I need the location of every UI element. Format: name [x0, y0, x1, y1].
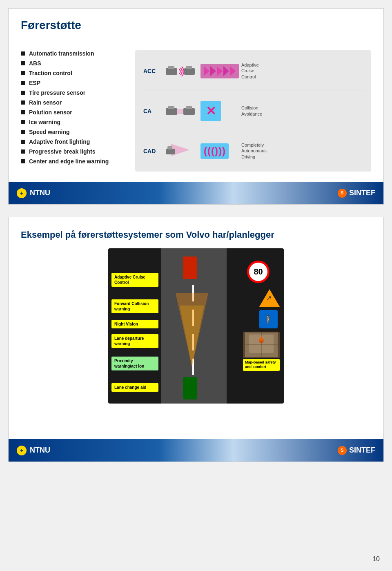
list-item: Ice warning	[21, 119, 127, 125]
bullet-icon	[21, 140, 25, 144]
acc-description: AdaptiveCruiseControl	[241, 62, 259, 80]
ntnu-logo: + NTNU	[17, 188, 50, 198]
speed-sign: 80	[247, 261, 270, 283]
bullet-icon	[21, 130, 25, 134]
list-item: Adaptive front lighting	[21, 138, 127, 145]
list-item: Traction control	[21, 70, 127, 76]
volvo-diagram: 80 Adaptive Cruise Control Forward Colli…	[108, 248, 284, 404]
cad-car-icon	[164, 140, 196, 162]
night-vision-label: Night Vision	[111, 320, 158, 328]
list-item: Polution sensor	[21, 109, 127, 116]
slide-1: Førerstøtte Automatic transmission ABS T…	[8, 8, 384, 205]
ntnu-logo-2: + NTNU	[17, 446, 50, 455]
sintef-icon: S	[338, 189, 347, 198]
slide-2: Eksempel på førerstøttesystemer som Volv…	[8, 217, 384, 462]
diagram-row-ca: CA ✕	[141, 96, 365, 125]
forward-collision-label: Forward Collision warning	[111, 299, 158, 313]
svg-rect-4	[166, 108, 177, 115]
diagram-area: ACC	[135, 50, 371, 172]
lane-departure-label: Lane departure warning	[111, 334, 158, 348]
list-item: ABS	[21, 60, 127, 67]
proximity-label: Proximity warning/act ion	[111, 357, 158, 370]
triangle-warning-sign: ↗	[259, 289, 280, 307]
ca-car-icon	[164, 100, 196, 122]
list-item: ESP	[21, 80, 127, 86]
ca-label: CA	[143, 108, 160, 114]
map-safety-label: Map-based safety and comfort	[243, 359, 280, 371]
acc-car-icon	[164, 60, 196, 82]
slide2-footer: + NTNU S SINTEF	[9, 439, 383, 462]
pedestrian-sign: 🚶	[259, 310, 278, 328]
lane-change-label: Lane change aid	[111, 383, 158, 392]
cad-label: CAD	[143, 148, 160, 154]
page-number: 10	[372, 555, 380, 563]
cad-visual: ( ( ( ) ) )	[200, 141, 237, 161]
slide2-content: Eksempel på førerstøttesystemer som Volv…	[9, 217, 383, 436]
svg-rect-3	[186, 66, 192, 69]
svg-rect-10	[167, 146, 172, 149]
sintef-logo: S SINTEF	[338, 189, 375, 198]
headlight-beam-right	[180, 306, 204, 367]
ntnu-icon-2: +	[17, 446, 27, 455]
list-item: Center and edge line warning	[21, 158, 127, 165]
sintef-icon-2: S	[338, 446, 347, 455]
bullet-icon	[21, 71, 25, 75]
bullet-icon	[21, 51, 25, 56]
bullet-icon	[21, 100, 25, 105]
bullet-icon	[21, 120, 25, 124]
acc-label: ACC	[143, 68, 160, 74]
bullet-list: Automatic transmission ABS Traction cont…	[21, 50, 127, 172]
svg-rect-5	[168, 106, 174, 109]
bullet-icon	[21, 149, 25, 154]
ca-description: CollisionAvoidance	[241, 105, 262, 117]
svg-rect-9	[166, 149, 175, 154]
list-item: Automatic transmission	[21, 50, 127, 57]
diagram-row-cad: CAD ( ( ( ) )	[141, 136, 365, 165]
list-item: Tire pressure sensor	[21, 89, 127, 96]
svg-rect-1	[168, 66, 174, 69]
slide1-footer: + NTNU S SINTEF	[9, 182, 383, 204]
green-car	[183, 377, 197, 399]
bullet-icon	[21, 110, 25, 114]
map-thumbnail	[243, 332, 280, 358]
svg-rect-7	[186, 106, 192, 109]
map-safety-area: Map-based safety and comfort	[243, 332, 280, 371]
list-item: Rain sensor	[21, 99, 127, 106]
adaptive-cruise-label: Adaptive Cruise Control	[111, 273, 158, 287]
ntnu-icon: +	[17, 188, 27, 198]
bullet-icon	[21, 61, 25, 65]
ca-visual: ✕	[200, 101, 237, 121]
bullet-icon	[21, 91, 25, 95]
list-item: Progressive break lights	[21, 148, 127, 155]
sintef-logo-2: S SINTEF	[338, 446, 375, 455]
slide1-title: Førerstøtte	[9, 9, 383, 38]
slide2-title: Eksempel på førerstøttesystemer som Volv…	[21, 230, 371, 240]
acc-chevrons	[200, 61, 237, 81]
svg-rect-6	[183, 108, 195, 115]
svg-rect-2	[184, 68, 195, 75]
slide1-content: Automatic transmission ABS Traction cont…	[9, 38, 383, 204]
svg-rect-0	[166, 68, 177, 75]
bullet-icon	[21, 159, 25, 163]
bullet-icon	[21, 81, 25, 85]
diagram-row-acc: ACC	[141, 56, 365, 85]
cad-description: CompletelyAutonomousDriving	[241, 142, 267, 160]
red-car	[183, 257, 197, 279]
list-item: Speed warning	[21, 129, 127, 135]
